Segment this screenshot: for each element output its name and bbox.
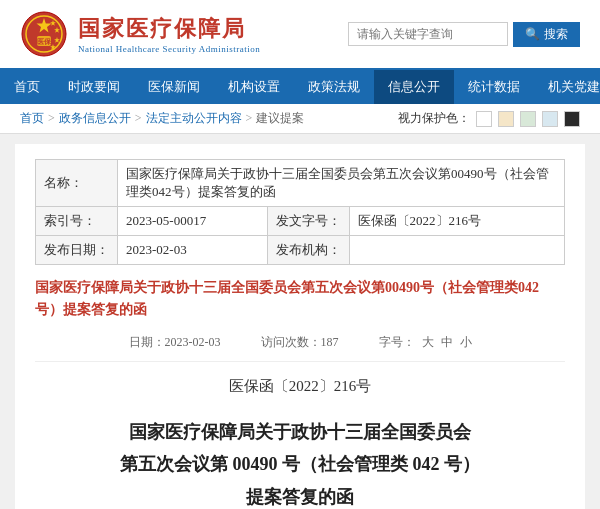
nav-item-party[interactable]: 机关党建	[534, 70, 600, 104]
size-big[interactable]: 大	[422, 335, 434, 349]
page-header: 医保 国家医疗保障局 National Healthcare Security …	[0, 0, 600, 70]
sub-date: 日期：2023-02-03	[129, 334, 221, 351]
breadcrumb-current: 建议提案	[256, 110, 304, 127]
content-wrapper: 名称： 国家医疗保障局关于政协十三届全国委员会第五次会议第00490号（社会管理…	[15, 144, 585, 509]
meta-name-label: 名称：	[36, 160, 118, 207]
meta-date-value: 2023-02-03	[118, 236, 268, 265]
logo-area: 医保 国家医疗保障局 National Healthcare Security …	[20, 10, 260, 58]
logo-en-text: National Healthcare Security Administrat…	[78, 44, 260, 54]
vision-label: 视力保护色：	[398, 110, 470, 127]
meta-fzh-value: 医保函〔2022〕216号	[349, 207, 564, 236]
main-title: 国家医疗保障局关于政协十三届全国委员会 第五次会议第 00490 号（社会管理类…	[35, 416, 565, 509]
nav-item-info[interactable]: 信息公开	[374, 70, 454, 104]
doc-number: 医保函〔2022〕216号	[35, 377, 565, 396]
doc-title-red: 国家医疗保障局关于政协十三届全国委员会第五次会议第00490号（社会管理类042…	[35, 277, 565, 322]
main-nav: 首页 时政要闻 医保新闻 机构设置 政策法规 信息公开 统计数据 机关党建 互动…	[0, 70, 600, 104]
nav-item-news[interactable]: 医保新闻	[134, 70, 214, 104]
search-button-label: 搜索	[544, 26, 568, 43]
main-title-line2: 第五次会议第 00490 号（社会管理类 042 号）	[35, 448, 565, 480]
color-blue[interactable]	[542, 111, 558, 127]
breadcrumb: 首页 > 政务信息公开 > 法定主动公开内容 > 建议提案	[20, 110, 304, 127]
main-title-line3: 提案答复的函	[35, 481, 565, 509]
meta-org-label: 发布机构：	[267, 236, 349, 265]
breadcrumb-gov-info[interactable]: 政务信息公开	[59, 110, 131, 127]
size-mid[interactable]: 中	[441, 335, 453, 349]
sub-size: 字号： 大 中 小	[379, 334, 472, 351]
nav-item-home[interactable]: 首页	[0, 70, 54, 104]
logo-cn-text: 国家医疗保障局	[78, 14, 260, 44]
meta-name-value: 国家医疗保障局关于政协十三届全国委员会第五次会议第00490号（社会管理类042…	[118, 160, 565, 207]
color-green[interactable]	[520, 111, 536, 127]
breadcrumb-bar: 首页 > 政务信息公开 > 法定主动公开内容 > 建议提案 视力保护色：	[0, 104, 600, 134]
meta-fzh-label: 发文字号：	[267, 207, 349, 236]
color-white[interactable]	[476, 111, 492, 127]
search-icon: 🔍	[525, 27, 540, 41]
vision-area: 视力保护色：	[398, 110, 580, 127]
doc-sub-header: 日期：2023-02-03 访问次数：187 字号： 大 中 小	[35, 334, 565, 362]
breadcrumb-legal[interactable]: 法定主动公开内容	[146, 110, 242, 127]
size-small[interactable]: 小	[460, 335, 472, 349]
color-warm[interactable]	[498, 111, 514, 127]
meta-table: 名称： 国家医疗保障局关于政协十三届全国委员会第五次会议第00490号（社会管理…	[35, 159, 565, 265]
nav-item-politics[interactable]: 时政要闻	[54, 70, 134, 104]
search-area: 🔍 搜索	[348, 22, 580, 47]
nav-item-policy[interactable]: 政策法规	[294, 70, 374, 104]
meta-org-value	[349, 236, 564, 265]
breadcrumb-home[interactable]: 首页	[20, 110, 44, 127]
sub-visit: 访问次数：187	[261, 334, 339, 351]
search-input[interactable]	[348, 22, 508, 46]
nav-item-stats[interactable]: 统计数据	[454, 70, 534, 104]
nav-item-org[interactable]: 机构设置	[214, 70, 294, 104]
meta-index-value: 2023-05-00017	[118, 207, 268, 236]
color-dark[interactable]	[564, 111, 580, 127]
main-title-line1: 国家医疗保障局关于政协十三届全国委员会	[35, 416, 565, 448]
logo-emblem-icon: 医保	[20, 10, 68, 58]
meta-index-label: 索引号：	[36, 207, 118, 236]
search-button[interactable]: 🔍 搜索	[513, 22, 580, 47]
svg-text:医保: 医保	[37, 38, 52, 46]
meta-date-label: 发布日期：	[36, 236, 118, 265]
logo-text: 国家医疗保障局 National Healthcare Security Adm…	[78, 14, 260, 54]
